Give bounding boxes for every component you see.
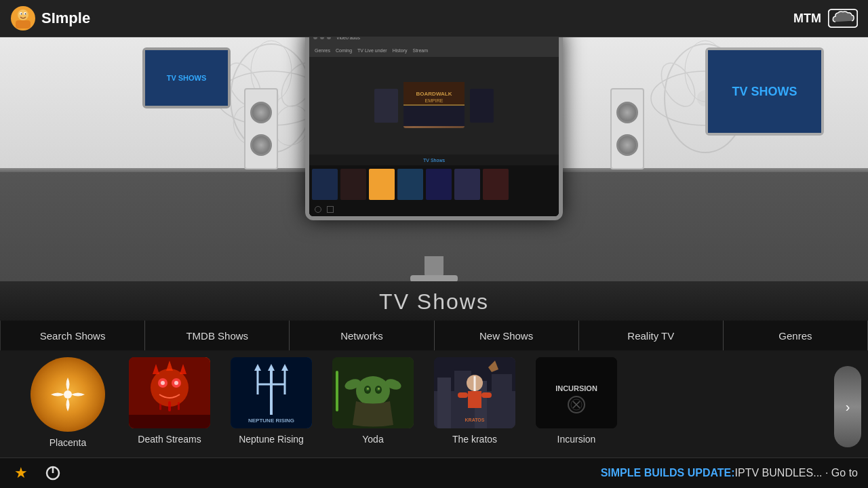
- svg-point-48: [356, 376, 390, 406]
- favorites-button[interactable]: ★: [10, 462, 32, 484]
- svg-point-5: [25, 14, 26, 15]
- svg-point-35: [161, 381, 165, 385]
- svg-rect-40: [129, 415, 210, 428]
- scroll-arrow[interactable]: ›: [834, 366, 861, 447]
- death-streams-art: [129, 357, 210, 428]
- kratos-bg: KRATOS: [434, 357, 515, 428]
- tab-genres[interactable]: Genres: [723, 321, 868, 350]
- tv-row-thumb-3: [369, 169, 395, 200]
- update-notice: SIMPLE BUILDS UPDATE: IPTV BUNDLES... · …: [601, 467, 858, 479]
- show-item-yoda[interactable]: Yoda: [332, 357, 414, 445]
- content-row: Placenta: [0, 350, 868, 469]
- svg-rect-60: [437, 378, 451, 428]
- tv-row-thumb-1: [312, 169, 338, 200]
- neptune-bg: NEPTUNE RISING: [231, 357, 312, 428]
- svg-text:EMPIRE: EMPIRE: [425, 98, 443, 103]
- nav-tabs: Search Shows TMDB Shows Networks New Sho…: [0, 321, 868, 350]
- power-icon: [45, 465, 61, 481]
- tab-new-shows[interactable]: New Shows: [434, 321, 578, 350]
- svg-point-32: [151, 369, 189, 407]
- tv-row-thumb-6: [454, 169, 480, 200]
- header-right: MTM: [793, 8, 858, 28]
- tv-nav-bar: Genres Coming TV Live under History Stre…: [309, 43, 559, 57]
- svg-rect-57: [336, 371, 338, 411]
- tab-networks[interactable]: Networks: [289, 321, 433, 350]
- tv-nav-item-2: Coming: [336, 48, 352, 53]
- speaker-left-top: [250, 102, 272, 123]
- tv-nav-item-5: Stream: [412, 48, 428, 53]
- tv-control-dot-1: [315, 206, 321, 213]
- tv-screen-content: Genres Coming TV Live under History Stre…: [309, 43, 559, 216]
- death-streams-bg: [129, 357, 210, 428]
- svg-point-4: [21, 14, 22, 15]
- svg-rect-65: [468, 391, 481, 408]
- yoda-bg: [332, 357, 414, 428]
- show-item-neptune-rising[interactable]: NEPTUNE RISING Neptune Rising: [231, 357, 312, 445]
- logo: SImple: [10, 5, 90, 31]
- update-label: SIMPLE BUILDS UPDATE:: [601, 467, 735, 479]
- svg-rect-39: [178, 402, 180, 410]
- svg-point-55: [367, 388, 369, 390]
- tv-row-thumb-5: [426, 169, 452, 200]
- tab-reality-tv[interactable]: Reality TV: [578, 321, 723, 350]
- show-label-neptune-rising: Neptune Rising: [239, 434, 304, 445]
- show-item-incursion[interactable]: INCURSION Incursion: [536, 357, 617, 445]
- scroll-arrow-icon: ›: [846, 399, 850, 415]
- svg-rect-68: [481, 392, 492, 398]
- tv-thumb-2: [470, 89, 494, 123]
- tv-nav-item-3: TV Live under: [357, 48, 387, 53]
- placenta-circle: [31, 357, 105, 432]
- tv-featured: BOARDWALK EMPIRE: [403, 84, 465, 128]
- tv-bottom-controls: [309, 203, 559, 216]
- speaker-right-top: [616, 102, 638, 123]
- tv-thumb-1: [374, 89, 398, 123]
- show-thumbnail-the-kratos: KRATOS: [434, 357, 515, 428]
- show-item-the-kratos[interactable]: KRATOS The kratos: [434, 357, 515, 445]
- page-title: TV Shows: [379, 289, 489, 314]
- tab-search-shows[interactable]: Search Shows: [0, 321, 144, 350]
- tv-row-thumb-2: [340, 169, 366, 200]
- tv-main-content: BOARDWALK EMPIRE: [309, 57, 559, 155]
- show-item-death-streams[interactable]: Death Streams: [129, 357, 210, 445]
- speaker-right-bottom: [616, 134, 638, 156]
- svg-rect-38: [159, 403, 161, 410]
- tv-nav-item-4: History: [393, 48, 408, 53]
- svg-text:KRATOS: KRATOS: [465, 418, 485, 422]
- tv-control-dot-2: [327, 206, 334, 213]
- update-content: IPTV BUNDLES... · Go to: [735, 467, 858, 479]
- show-label-the-kratos: The kratos: [452, 434, 497, 445]
- svg-rect-67: [458, 392, 468, 398]
- tv-shows-row: [309, 165, 559, 203]
- power-button[interactable]: [42, 462, 64, 484]
- show-thumbnail-neptune-rising: NEPTUNE RISING: [231, 357, 312, 428]
- show-label-incursion: Incursion: [557, 434, 596, 445]
- svg-point-20: [654, 58, 702, 113]
- cloud-icon[interactable]: [828, 8, 858, 28]
- neptune-art: NEPTUNE RISING: [231, 357, 312, 428]
- bottom-bar: ★ SIMPLE BUILDS UPDATE: IPTV BUNDLES... …: [0, 458, 868, 488]
- star-icon: ★: [14, 464, 28, 482]
- kratos-art: KRATOS: [434, 357, 515, 428]
- tv-stand: [425, 256, 443, 277]
- svg-rect-26: [403, 106, 465, 126]
- show-label-death-streams: Death Streams: [138, 434, 201, 445]
- logo-text: SImple: [41, 9, 90, 27]
- yoda-art: [332, 357, 414, 428]
- show-thumbnail-death-streams: [129, 357, 210, 428]
- small-tv-left-label: TV SHOWS: [167, 74, 207, 82]
- small-tv-right: TV SHOWS: [705, 47, 824, 136]
- svg-text:NEPTUNE RISING: NEPTUNE RISING: [248, 418, 294, 424]
- tab-tmdb-shows[interactable]: TMDB Shows: [144, 321, 289, 350]
- show-thumbnail-yoda: [332, 357, 414, 428]
- svg-rect-63: [492, 374, 512, 428]
- tv-bottom-label: TV Shows: [309, 155, 559, 165]
- show-thumbnail-incursion: INCURSION: [536, 357, 617, 428]
- svg-point-36: [174, 381, 178, 385]
- small-tv-left: TV SHOWS: [142, 47, 231, 108]
- logo-icon: [10, 5, 36, 31]
- speaker-left-bottom: [250, 134, 272, 156]
- show-item-placenta[interactable]: Placenta: [27, 357, 108, 448]
- placenta-logo: [47, 374, 88, 415]
- tv-screen: Video adds Genres Coming TV Live under H…: [309, 31, 559, 216]
- svg-text:INCURSION: INCURSION: [555, 384, 597, 392]
